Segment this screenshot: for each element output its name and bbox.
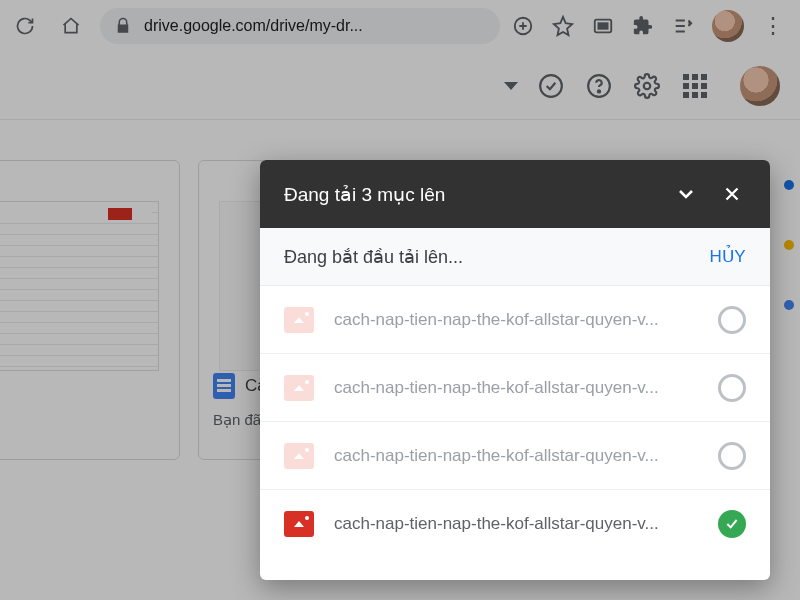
upload-file-name: cach-nap-tien-nap-the-kof-allstar-quyen-…: [334, 446, 698, 466]
upload-file-name: cach-nap-tien-nap-the-kof-allstar-quyen-…: [334, 310, 698, 330]
upload-file-name: cach-nap-tien-nap-the-kof-allstar-quyen-…: [334, 378, 698, 398]
popup-subheader: Đang bắt đầu tải lên... HỦY: [260, 228, 770, 286]
image-file-icon: [284, 375, 314, 401]
upload-complete-icon: [718, 510, 746, 538]
upload-item[interactable]: cach-nap-tien-nap-the-kof-allstar-quyen-…: [260, 490, 770, 558]
upload-pending-icon: [718, 442, 746, 470]
upload-item[interactable]: cach-nap-tien-nap-the-kof-allstar-quyen-…: [260, 422, 770, 490]
popup-status-text: Đang bắt đầu tải lên...: [284, 246, 709, 268]
image-file-icon: [284, 307, 314, 333]
image-file-icon: [284, 443, 314, 469]
image-file-icon: [284, 511, 314, 537]
upload-pending-icon: [718, 374, 746, 402]
popup-minimize-button[interactable]: [672, 180, 700, 208]
popup-close-button[interactable]: [718, 180, 746, 208]
upload-item[interactable]: cach-nap-tien-nap-the-kof-allstar-quyen-…: [260, 354, 770, 422]
upload-file-name: cach-nap-tien-nap-the-kof-allstar-quyen-…: [334, 514, 698, 534]
upload-items-list: cach-nap-tien-nap-the-kof-allstar-quyen-…: [260, 286, 770, 580]
upload-pending-icon: [718, 306, 746, 334]
popup-header: Đang tải 3 mục lên: [260, 160, 770, 228]
popup-title: Đang tải 3 mục lên: [284, 183, 654, 206]
upload-item[interactable]: cach-nap-tien-nap-the-kof-allstar-quyen-…: [260, 286, 770, 354]
cancel-upload-button[interactable]: HỦY: [709, 246, 746, 267]
upload-status-popup: Đang tải 3 mục lên Đang bắt đầu tải lên.…: [260, 160, 770, 580]
